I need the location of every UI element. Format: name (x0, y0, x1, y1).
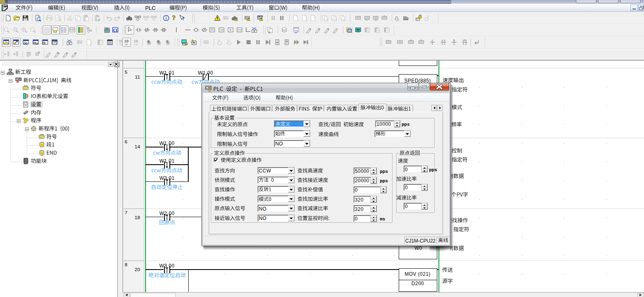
svg-text:x: x (66, 51, 68, 55)
svg-text:TR: TR (238, 29, 241, 32)
svg-text:CI: CI (113, 28, 117, 33)
svg-text:non: non (124, 43, 128, 45)
svg-text:-: - (336, 27, 338, 31)
svg-text:non: non (395, 19, 399, 21)
svg-text:non: non (147, 43, 151, 45)
svg-text:TR: TR (219, 29, 223, 32)
svg-text:non: non (157, 43, 161, 45)
svg-text:SMA: SMA (104, 27, 110, 29)
svg-text:v: v (327, 27, 329, 31)
svg-text:non: non (166, 43, 170, 45)
svg-text:x: x (318, 27, 320, 31)
svg-text:z: z (309, 27, 311, 31)
svg-text:%: % (57, 51, 59, 55)
svg-text:HH: HH (356, 28, 360, 32)
svg-text:002: 002 (108, 43, 112, 45)
svg-text:?: ? (182, 16, 185, 21)
svg-text:non: non (134, 43, 137, 45)
svg-text:?: ? (172, 14, 176, 22)
svg-text:non: non (374, 19, 378, 21)
svg-text:x: x (75, 51, 77, 55)
